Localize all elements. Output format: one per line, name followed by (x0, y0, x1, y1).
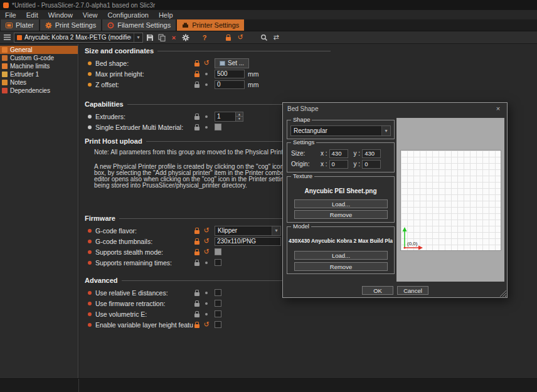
shape-select[interactable]: Rectangular ▾ (290, 125, 391, 136)
stealth-mode-checkbox[interactable] (215, 248, 221, 255)
detach-preset-icon[interactable] (157, 33, 167, 43)
remaining-times-checkbox[interactable] (215, 259, 221, 266)
extruders-spinner[interactable]: 1 ▲ ▼ (215, 112, 243, 122)
dot-icon[interactable] (203, 112, 210, 120)
lock-icon[interactable] (193, 320, 201, 329)
lock-icon[interactable] (193, 59, 201, 67)
help-icon[interactable]: ? (199, 33, 210, 43)
ok-button[interactable]: OK (362, 286, 393, 295)
dot-icon[interactable] (203, 299, 210, 307)
dot-icon[interactable] (203, 310, 210, 318)
revert-icon[interactable]: ↺ (203, 226, 210, 235)
tree-toggle-icon[interactable] (2, 33, 12, 43)
gcode-thumbnails-input[interactable]: 230x110/PNG (215, 237, 281, 246)
setting-label: Supports remaining times: (95, 259, 193, 267)
group-title: Firmware (85, 215, 115, 222)
chevron-down-icon: ▾ (381, 126, 390, 135)
group-divider (157, 51, 331, 51)
revert-icon[interactable]: ↺ (203, 237, 210, 245)
modified-bullet (88, 72, 92, 76)
resize-grip[interactable] (499, 290, 506, 297)
volumetric-e-checkbox[interactable] (215, 310, 221, 317)
bed-shape-set-button[interactable]: Set ... (215, 58, 249, 68)
prusaslicer-window: *Untitled - PrusaSlicer-2.7.0-alpha1 bas… (0, 0, 537, 392)
lock-icon[interactable] (193, 299, 201, 307)
semm-checkbox[interactable] (215, 124, 221, 130)
texture-load-button[interactable]: Load... (294, 199, 388, 208)
lock-icon[interactable] (193, 123, 201, 131)
sidebar-item-custom-gcode[interactable]: Custom G-code (0, 54, 78, 62)
cancel-button[interactable]: Cancel (397, 286, 428, 295)
dot-icon[interactable] (203, 80, 210, 88)
tab-printer-settings[interactable]: Printer Settings (177, 19, 244, 31)
sidebar-item-notes[interactable]: Notes (0, 78, 78, 87)
model-remove-button[interactable]: Remove (294, 262, 388, 271)
gcode-flavor-select[interactable]: Klipper ▾ (215, 226, 281, 236)
save-preset-icon[interactable] (145, 33, 155, 43)
menu-help[interactable]: Help (154, 10, 178, 19)
title-bar: *Untitled - PrusaSlicer-2.7.0-alpha1 bas… (0, 0, 537, 10)
setting-label: Single Extruder Multi Material: (95, 124, 193, 131)
plater-icon (6, 22, 13, 29)
model-load-button[interactable]: Load... (294, 251, 388, 260)
y-label: y : (354, 161, 361, 167)
lock-icon[interactable] (193, 248, 201, 256)
sidebar-item-dependencies[interactable]: Dependencies (0, 87, 78, 95)
dialog-title: Bed Shape (287, 105, 319, 112)
lock-icon[interactable] (193, 80, 201, 88)
lock-icon[interactable] (193, 310, 201, 318)
lock-icon[interactable] (193, 289, 201, 297)
button-label: Remove (330, 211, 352, 218)
spin-down-icon[interactable]: ▼ (236, 116, 243, 121)
printer-preset-combobox[interactable]: Anycubic Kobra 2 Max-PETG (modified) ▾ (14, 33, 143, 43)
unit-label: mm (248, 81, 259, 88)
texture-remove-button[interactable]: Remove (294, 210, 388, 219)
lock-icon[interactable] (193, 237, 201, 245)
lock-icon[interactable] (193, 112, 201, 120)
unlock-all-icon[interactable] (223, 33, 233, 43)
menu-edit[interactable]: Edit (21, 10, 43, 19)
menu-file[interactable]: File (0, 10, 21, 19)
firmware-retraction-checkbox[interactable] (215, 300, 221, 307)
bullet (88, 302, 92, 305)
tab-filament-settings[interactable]: Filament Settings (102, 19, 176, 31)
revert-icon[interactable]: ↺ (203, 248, 210, 256)
menu-bar: File Edit Window View Configuration Help (0, 10, 537, 19)
lock-icon[interactable] (193, 70, 201, 78)
lock-icon[interactable] (193, 226, 201, 235)
printer-settings-icon (182, 22, 189, 29)
tab-print-settings[interactable]: Print Settings (40, 19, 101, 31)
revert-all-icon[interactable]: ↺ (235, 33, 245, 43)
dialog-title-bar[interactable]: Bed Shape × (283, 103, 507, 114)
delete-preset-icon[interactable]: × (169, 33, 179, 43)
z-offset-input[interactable]: 0 (215, 80, 245, 89)
origin-x-input[interactable]: 0 (329, 160, 348, 169)
relative-e-checkbox[interactable] (215, 289, 221, 296)
dot-icon[interactable] (203, 289, 210, 297)
dot-icon[interactable] (203, 70, 210, 78)
menu-configuration[interactable]: Configuration (102, 10, 153, 19)
max-print-height-input[interactable]: 500 (215, 70, 245, 78)
compare-presets-icon[interactable]: ⇄ (271, 33, 281, 43)
dot-icon[interactable] (203, 258, 210, 267)
size-x-input[interactable]: 430 (329, 149, 348, 158)
bullet (88, 125, 92, 129)
sidebar-item-machine-limits[interactable]: Machine limits (0, 62, 78, 70)
revert-icon[interactable]: ↺ (203, 59, 210, 67)
tab-plater[interactable]: Plater (1, 19, 39, 31)
origin-y-input[interactable]: 0 (362, 160, 381, 169)
variable-layer-height-checkbox[interactable] (215, 321, 221, 328)
menu-view[interactable]: View (78, 10, 103, 19)
search-icon[interactable] (259, 33, 269, 43)
sidebar-item-general[interactable]: General (0, 46, 78, 54)
dot-icon[interactable] (203, 123, 210, 131)
size-y-input[interactable]: 430 (362, 149, 381, 158)
preset-gear-icon[interactable] (181, 33, 191, 43)
spinner-value[interactable]: 1 (215, 112, 236, 122)
revert-icon[interactable]: ↺ (203, 320, 210, 329)
sidebar-item-extruder-1[interactable]: Extruder 1 (0, 70, 78, 78)
lock-icon[interactable] (193, 258, 201, 267)
menu-window[interactable]: Window (43, 10, 78, 19)
close-icon[interactable]: × (494, 105, 502, 112)
modified-bullet (88, 61, 92, 65)
